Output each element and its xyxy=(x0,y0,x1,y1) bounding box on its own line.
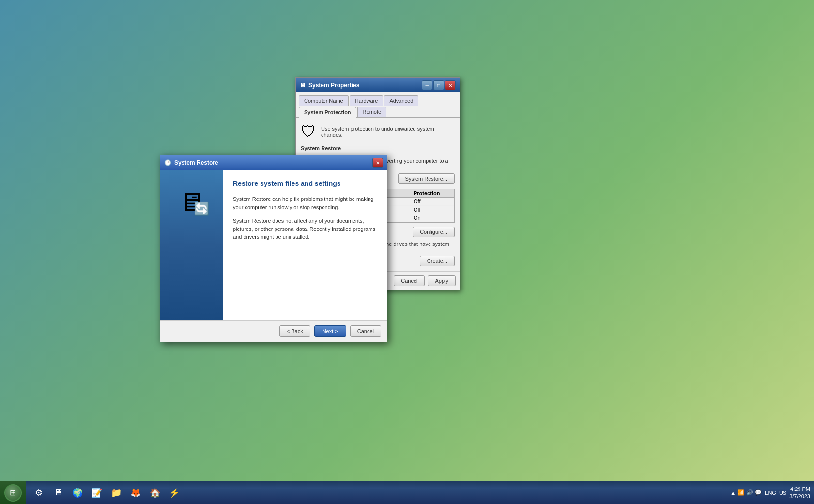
restore-footer: < Back Next > Cancel xyxy=(160,320,387,342)
tab-system-protection[interactable]: System Protection xyxy=(299,107,356,118)
system-properties-icon: 🖥 xyxy=(300,82,306,89)
start-orb: ⊞ xyxy=(4,484,22,502)
taskbar-icon-files[interactable]: 📁 xyxy=(108,484,125,502)
cancel-wizard-button[interactable]: Cancel xyxy=(350,325,381,337)
taskbar: ⊞ ⚙ 🖥 🌍 📝 📁 🦊 🏠 ⚡ ▲ 📶 🔊 💬 ENG US 4:29 PM xyxy=(0,481,814,504)
header-description: Use system protection to undo unwaited s… xyxy=(321,126,455,137)
restore-illustration: 🖥 🔄 xyxy=(179,187,204,216)
titlebar-left: 🖥 System Properties xyxy=(300,82,359,89)
taskbar-right: ▲ 📶 🔊 💬 ENG US 4:29 PM 3/7/2023 xyxy=(726,486,814,500)
tabs-container: Computer Name Hardware Advanced System P… xyxy=(296,92,460,118)
desktop: 🖥 System Properties ─ □ ✕ Computer Name … xyxy=(0,0,814,504)
maximize-button[interactable]: □ xyxy=(433,80,444,90)
create-button[interactable]: Create... xyxy=(420,256,455,266)
restore-main-content: Restore system files and settings System… xyxy=(223,170,387,320)
tab-computer-name[interactable]: Computer Name xyxy=(299,95,349,106)
configure-button[interactable]: Configure... xyxy=(413,227,455,237)
apply-button[interactable]: Apply xyxy=(428,275,456,286)
taskbar-clock[interactable]: 4:29 PM 3/7/2023 xyxy=(789,486,810,500)
system-restore-divider: System Restore xyxy=(301,145,455,154)
restore-title-icon: 🕐 xyxy=(164,159,171,166)
tray-chevron-icon[interactable]: ▲ xyxy=(730,490,736,496)
system-restore-label: System Restore xyxy=(301,145,341,151)
taskbar-icons: ⚙ 🖥 🌍 📝 📁 🦊 🏠 ⚡ xyxy=(26,484,187,502)
taskbar-icon-app[interactable]: ⚡ xyxy=(166,484,183,502)
tab-remote[interactable]: Remote xyxy=(357,107,387,117)
taskbar-icon-firefox[interactable]: 🦊 xyxy=(127,484,144,502)
tray-volume-icon[interactable]: 🔊 xyxy=(746,489,753,496)
system-restore-button[interactable]: System Restore... xyxy=(398,173,455,184)
start-button[interactable]: ⊞ xyxy=(0,481,26,504)
divider-line xyxy=(345,150,455,150)
tab-hardware[interactable]: Hardware xyxy=(350,95,384,106)
system-restore-window: 🕐 System Restore ✕ 🖥 🔄 Restore system fi… xyxy=(160,155,387,342)
sys-props-header: 🛡 Use system protection to undo unwaited… xyxy=(301,122,455,140)
system-properties-titlebar: 🖥 System Properties ─ □ ✕ xyxy=(296,78,460,92)
tray-network-icon[interactable]: 📶 xyxy=(737,489,744,496)
clock-date: 3/7/2023 xyxy=(789,493,810,500)
cancel-button[interactable]: Cancel xyxy=(394,275,425,286)
taskbar-icon-computer[interactable]: 🖥 xyxy=(49,484,67,502)
restore-titlebar-left: 🕐 System Restore xyxy=(164,159,218,166)
titlebar-controls: ─ □ ✕ xyxy=(422,80,456,90)
system-restore-titlebar: 🕐 System Restore ✕ xyxy=(160,155,387,170)
restore-close-button[interactable]: ✕ xyxy=(372,158,383,168)
restore-para1: System Restore can help fix problems tha… xyxy=(233,195,377,211)
protection-3: On xyxy=(414,215,452,221)
taskbar-icon-settings[interactable]: ⚙ xyxy=(30,484,47,502)
tab-advanced[interactable]: Advanced xyxy=(384,95,418,106)
taskbar-locale: ENG xyxy=(765,490,776,496)
sys-tray-icons: ▲ 📶 🔊 💬 xyxy=(730,489,762,496)
tray-action-center-icon[interactable]: 💬 xyxy=(755,489,762,496)
clock-icon: 🔄 xyxy=(194,201,209,216)
protection-icon: 🛡 xyxy=(301,122,316,140)
close-button[interactable]: ✕ xyxy=(445,80,456,90)
minimize-button[interactable]: ─ xyxy=(422,80,432,90)
restore-content: 🖥 🔄 Restore system files and settings Sy… xyxy=(160,170,387,320)
protection-1: Off xyxy=(414,199,452,204)
restore-window-title: System Restore xyxy=(174,159,218,166)
protection-2: Off xyxy=(414,207,452,213)
next-button[interactable]: Next > xyxy=(314,325,346,337)
system-properties-title: System Properties xyxy=(308,82,359,89)
back-button[interactable]: < Back xyxy=(279,325,310,337)
taskbar-icon-browser[interactable]: 🌍 xyxy=(69,484,86,502)
restore-main-title: Restore system files and settings xyxy=(233,180,377,187)
restore-titlebar-controls: ✕ xyxy=(372,158,383,168)
col-protection: Protection xyxy=(414,190,452,196)
restore-left-panel: 🖥 🔄 xyxy=(160,170,223,320)
taskbar-icon-home[interactable]: 🏠 xyxy=(146,484,164,502)
taskbar-icon-code[interactable]: 📝 xyxy=(88,484,106,502)
taskbar-region: US xyxy=(779,490,786,496)
restore-icon-container: 🖥 🔄 xyxy=(179,187,204,216)
restore-para2: System Restore does not affect any of yo… xyxy=(233,217,377,241)
clock-time: 4:29 PM xyxy=(790,486,810,492)
